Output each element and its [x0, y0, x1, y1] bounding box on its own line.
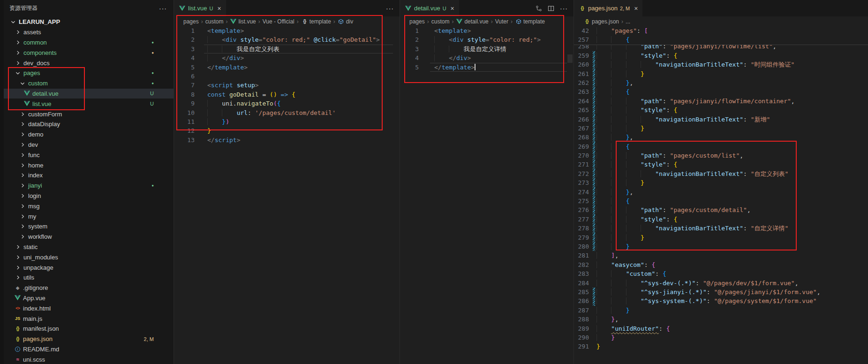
- code-line: 275 {: [574, 197, 868, 205]
- sidebar-item-home[interactable]: home: [4, 160, 174, 170]
- sidebar-item-App.vue[interactable]: App.vue: [4, 293, 174, 303]
- line-number: 286: [574, 296, 589, 305]
- breadcrumb-item[interactable]: div: [338, 18, 353, 25]
- sidebar-item-index[interactable]: index: [4, 170, 174, 181]
- indent-guide: [611, 134, 626, 141]
- sidebar-item-static[interactable]: static: [4, 242, 174, 252]
- sidebar-item-workflow[interactable]: workflow: [4, 232, 174, 242]
- more-actions-icon[interactable]: ···: [560, 5, 568, 12]
- indent-guide: [596, 170, 611, 177]
- code-line: 257 {: [574, 35, 868, 44]
- breadcrumb-item[interactable]: pages: [409, 18, 425, 25]
- code-text: <div style="color: red;" @click="goDetai…: [195, 35, 400, 44]
- line-number: 5: [174, 63, 195, 72]
- indent-guide: [596, 143, 611, 150]
- breadcrumb-item[interactable]: list.vue: [230, 18, 256, 25]
- sidebar-item-detail.vue[interactable]: detail.vueU: [4, 89, 174, 99]
- breadcrumb-item[interactable]: ...: [626, 18, 630, 25]
- code-editor[interactable]: 1<template>2 <div style="color: red;" @c…: [174, 26, 400, 364]
- sidebar-item-utils[interactable]: utils: [4, 273, 174, 283]
- sidebar-item-pages[interactable]: pages●: [4, 68, 174, 78]
- breadcrumb-item[interactable]: {}pages.json: [583, 18, 619, 25]
- sidebar-item-jianyi[interactable]: jianyi●: [4, 181, 174, 191]
- indent-guide: [611, 288, 626, 296]
- sidebar-item-func[interactable]: func: [4, 150, 174, 160]
- sidebar-item-README.md[interactable]: iREADME.md: [4, 344, 174, 355]
- sidebar-item-msg[interactable]: msg: [4, 201, 174, 211]
- code-editor[interactable]: 1<template>2 <div style="color: red;">3 …: [400, 26, 574, 364]
- code-text: url: '/pages/custom/detail': [195, 108, 400, 117]
- chevron-down-icon: [16, 69, 20, 77]
- indent-guide: [611, 116, 626, 123]
- breadcrumb-item[interactable]: custom: [205, 18, 224, 25]
- tab-pages.json[interactable]: {}pages.json2, M×: [574, 0, 642, 16]
- open-changes-icon[interactable]: [536, 5, 542, 12]
- sidebar-item-my[interactable]: my: [4, 211, 174, 221]
- sidebar-item-label: utils: [23, 274, 34, 281]
- sidebar-item-main.js[interactable]: JSmain.js: [4, 313, 174, 324]
- token: ,: [747, 206, 751, 213]
- line-number: 258: [574, 45, 589, 51]
- more-actions-icon[interactable]: ···: [159, 5, 167, 12]
- sidebar-item-uni_modules[interactable]: uni_modules: [4, 252, 174, 262]
- scrollbar-thumb[interactable]: [567, 54, 573, 63]
- close-icon[interactable]: ×: [217, 5, 221, 12]
- git-status-badge: U: [150, 101, 154, 106]
- token: [288, 91, 292, 98]
- tab-detail.vue[interactable]: detail.vueU×: [400, 0, 459, 16]
- sidebar-item-components[interactable]: components●: [4, 47, 174, 58]
- code-text: "path": "pages/jianyi/flowTime/list",: [595, 45, 868, 51]
- chevron-right-icon: [14, 255, 22, 259]
- code-line: 12}: [174, 126, 400, 135]
- sidebar-item-dev[interactable]: dev: [4, 140, 174, 150]
- sidebar-item-unpackage[interactable]: unpackage: [4, 262, 174, 273]
- scrollbar[interactable]: [567, 26, 573, 364]
- sidebar-item-manifest.json[interactable]: {}manifest.json: [4, 324, 174, 334]
- more-actions-icon[interactable]: ···: [386, 5, 394, 12]
- code-text: <template>: [419, 26, 574, 35]
- breadcrumb: {}pages.json›...: [574, 16, 868, 26]
- close-icon[interactable]: ×: [451, 5, 454, 12]
- token: "goDetail": [340, 36, 376, 43]
- split-editor-icon[interactable]: [548, 5, 554, 12]
- sidebar-item-label: detail.vue: [32, 90, 59, 97]
- sidebar-item-list.vue[interactable]: list.vueU: [4, 99, 174, 109]
- code-editor[interactable]: 42 "pages": [257 {258 "path": "pages/jia…: [574, 26, 868, 364]
- code-text: "style": {: [595, 160, 868, 169]
- token: "navigationBarTitleText": [655, 61, 743, 68]
- sidebar-item-LEARUN_APP[interactable]: LEARUN_APP: [4, 17, 174, 27]
- sidebar-item-common[interactable]: common●: [4, 38, 174, 48]
- sidebar-item-assets[interactable]: assets: [4, 27, 174, 38]
- breadcrumb-item[interactable]: Vue - Official: [263, 18, 294, 25]
- tab-list.vue[interactable]: list.vueU×: [174, 0, 226, 16]
- braces-icon: {}: [583, 18, 590, 25]
- sidebar-item-dev_docs[interactable]: dev_docs: [4, 58, 174, 68]
- indent-guide: [611, 152, 626, 159]
- sidebar-item-login[interactable]: login: [4, 191, 174, 201]
- code-line: 269 {: [574, 142, 868, 151]
- sidebar-item-dataDisplay[interactable]: dataDisplay: [4, 119, 174, 129]
- breadcrumb-item[interactable]: {}template: [301, 18, 331, 25]
- breadcrumb-item[interactable]: detail.vue: [456, 18, 488, 25]
- breadcrumb-item[interactable]: pages: [183, 18, 199, 25]
- sidebar-item-uni.scss[interactable]: ≈uni.scss: [4, 354, 174, 364]
- file-tree[interactable]: LEARUN_APPassetscommon●components●dev_do…: [4, 17, 174, 364]
- sidebar-item-system[interactable]: system: [4, 221, 174, 232]
- close-icon[interactable]: ×: [634, 5, 638, 12]
- breadcrumb-label: detail.vue: [464, 18, 488, 25]
- sidebar-item-custom[interactable]: custom●: [4, 78, 174, 89]
- sidebar-item-.gitignore[interactable]: ◆.gitignore: [4, 283, 174, 293]
- sidebar-item-index.html[interactable]: <>index.html: [4, 303, 174, 313]
- sidebar-item-customForm[interactable]: customForm: [4, 109, 174, 119]
- indent-guide: [641, 61, 655, 68]
- code-text: </div>: [419, 53, 574, 62]
- breadcrumb-item[interactable]: Vuter: [495, 18, 508, 25]
- breadcrumb-item[interactable]: custom: [431, 18, 450, 25]
- sidebar-item-demo[interactable]: demo: [4, 129, 174, 140]
- token: :: [743, 225, 751, 232]
- indent-guide: [611, 88, 626, 95]
- sidebar-item-pages.json[interactable]: {}pages.json2, M: [4, 334, 174, 344]
- line-number: 264: [574, 97, 589, 106]
- breadcrumb-item[interactable]: template: [515, 18, 545, 25]
- explorer-title: 资源管理器: [9, 4, 38, 12]
